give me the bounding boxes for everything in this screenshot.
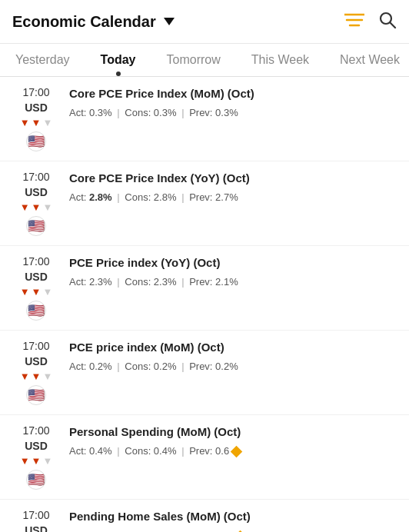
tab-today[interactable]: Today xyxy=(85,44,151,76)
event-name: PCE Price index (YoY) (Oct) xyxy=(69,255,401,271)
bull-filled-icon: ▼ xyxy=(20,201,30,213)
act-label: Act: xyxy=(69,107,89,118)
event-time: 17:00 xyxy=(22,509,49,521)
impact-bulls: ▼▼▼ xyxy=(20,371,53,382)
prev-label: Prev: xyxy=(189,445,215,457)
table-row[interactable]: 17:00 USD ▼▼▼ 🇺🇸 Personal Spending (MoM)… xyxy=(0,415,409,500)
bull-empty-icon: ▼ xyxy=(42,201,52,213)
event-data: Act: 0.3% | Cons: 0.3% | Prev: 0.3% xyxy=(69,105,401,121)
tab-next-week[interactable]: Next Week xyxy=(324,44,409,76)
prev-label: Prev: xyxy=(189,276,215,288)
bull-filled-icon: ▼ xyxy=(32,117,42,128)
event-data: Act: 2.3% | Cons: 2.3% | Prev: 2.1% xyxy=(69,274,401,290)
country-flag: 🇺🇸 xyxy=(26,470,46,490)
diamond-icon xyxy=(231,445,243,457)
app-header: Economic Calendar xyxy=(0,0,409,44)
time-currency-block: 17:00 USD ▼▼▼ 🇺🇸 xyxy=(8,255,69,321)
bull-filled-icon: ▼ xyxy=(20,455,30,467)
dropdown-triangle-icon[interactable] xyxy=(164,18,175,25)
act-label: Act: xyxy=(69,191,89,203)
cons-value: Cons: 0.2% xyxy=(125,361,176,372)
cons-value: Cons: 2.3% xyxy=(125,276,176,288)
table-row[interactable]: 17:00 USD ▼▼▼ 🇺🇸 Core PCE Price Index (M… xyxy=(0,77,409,161)
prev-value: 2.7% xyxy=(215,191,238,203)
event-details: Core PCE Price Index (YoY) (Oct) Act: 2.… xyxy=(69,171,401,204)
time-currency-block: 17:00 USD ▼▼▼ 🇺🇸 xyxy=(8,171,69,236)
prev-value: 0.3% xyxy=(215,107,238,118)
event-details: Personal Spending (MoM) (Oct) Act: 0.4% … xyxy=(69,424,401,458)
act-value: 2.8% xyxy=(89,191,112,203)
bull-filled-icon: ▼ xyxy=(32,201,42,213)
tab-this-week[interactable]: This Week xyxy=(236,44,324,76)
table-row[interactable]: 17:00 USD ▼▼▼ 🇺🇸 PCE Price index (YoY) (… xyxy=(0,246,409,331)
impact-bulls: ▼▼▼ xyxy=(20,455,53,467)
bull-filled-icon: ▼ xyxy=(20,371,30,382)
act-value: 0.3% xyxy=(89,107,112,118)
event-name: PCE price index (MoM) (Oct) xyxy=(69,340,401,355)
impact-bulls: ▼▼▼ xyxy=(20,201,53,213)
search-icon[interactable] xyxy=(378,11,397,32)
svg-line-4 xyxy=(391,23,396,28)
table-row[interactable]: 17:00 USD ▼▼▼ 🇺🇸 Pending Home Sales (MoM… xyxy=(0,500,409,532)
nav-tabs: Yesterday Today Tomorrow This Week Next … xyxy=(0,44,409,77)
filter-icon[interactable] xyxy=(344,12,364,31)
event-details: PCE price index (MoM) (Oct) Act: 0.2% | … xyxy=(69,340,401,374)
act-label: Act: xyxy=(69,530,89,533)
act-label: Act: xyxy=(69,361,89,372)
prev-label: Prev: xyxy=(189,107,215,118)
time-currency-block: 17:00 USD ▼▼▼ 🇺🇸 xyxy=(8,86,69,151)
event-name: Core PCE Price Index (YoY) (Oct) xyxy=(69,171,401,186)
event-name: Pending Home Sales (MoM) (Oct) xyxy=(69,509,401,524)
act-label: Act: xyxy=(69,445,89,457)
event-time: 17:00 xyxy=(22,86,49,98)
event-data: Act: 0.4% | Cons: 0.4% | Prev: 0.6 xyxy=(69,444,401,459)
act-value: 2.3% xyxy=(89,276,112,288)
act-value: 0.4% xyxy=(89,445,112,457)
event-currency: USD xyxy=(25,440,48,452)
act-label: Act: xyxy=(69,276,89,288)
prev-label: Prev: xyxy=(189,191,215,203)
bull-filled-icon: ▼ xyxy=(32,286,42,298)
tab-yesterday[interactable]: Yesterday xyxy=(0,44,85,76)
act-value: 0.2% xyxy=(89,361,112,372)
event-time: 17:00 xyxy=(22,340,49,352)
act-value: 2.0% xyxy=(89,530,112,533)
event-currency: USD xyxy=(25,271,48,283)
event-time: 17:00 xyxy=(22,171,49,183)
country-flag: 🇺🇸 xyxy=(26,385,46,405)
country-flag: 🇺🇸 xyxy=(26,216,46,236)
bull-filled-icon: ▼ xyxy=(20,286,30,298)
prev-label: Prev: xyxy=(192,530,218,533)
event-currency: USD xyxy=(25,355,48,367)
country-flag: 🇺🇸 xyxy=(26,301,46,321)
time-currency-block: 17:00 USD ▼▼▼ 🇺🇸 xyxy=(8,509,69,532)
bull-empty-icon: ▼ xyxy=(42,455,52,467)
event-name: Personal Spending (MoM) (Oct) xyxy=(69,424,401,440)
event-data: Act: 2.0% | Cons: -2.1% | Prev: 7.5 xyxy=(69,528,401,533)
tab-tomorrow[interactable]: Tomorrow xyxy=(151,44,236,76)
event-details: Pending Home Sales (MoM) (Oct) Act: 2.0%… xyxy=(69,509,401,532)
country-flag: 🇺🇸 xyxy=(26,131,46,151)
event-currency: USD xyxy=(25,524,48,532)
bull-filled-icon: ▼ xyxy=(20,117,30,128)
calendar-list: 17:00 USD ▼▼▼ 🇺🇸 Core PCE Price Index (M… xyxy=(0,77,409,532)
header-left: Economic Calendar xyxy=(12,13,175,31)
prev-value: 0.2% xyxy=(215,361,238,372)
bull-filled-icon: ▼ xyxy=(32,371,42,382)
event-currency: USD xyxy=(25,101,48,114)
table-row[interactable]: 17:00 USD ▼▼▼ 🇺🇸 Core PCE Price Index (Y… xyxy=(0,161,409,246)
impact-bulls: ▼▼▼ xyxy=(20,286,53,298)
prev-value: 0.6 xyxy=(215,445,229,457)
event-details: Core PCE Price Index (MoM) (Oct) Act: 0.… xyxy=(69,86,401,120)
app-title: Economic Calendar xyxy=(12,13,156,31)
prev-value: 7.5 xyxy=(218,530,232,533)
bull-empty-icon: ▼ xyxy=(42,117,52,128)
event-time: 17:00 xyxy=(22,255,49,268)
bull-empty-icon: ▼ xyxy=(42,371,52,382)
bull-empty-icon: ▼ xyxy=(42,286,52,298)
bull-filled-icon: ▼ xyxy=(32,455,42,467)
table-row[interactable]: 17:00 USD ▼▼▼ 🇺🇸 PCE price index (MoM) (… xyxy=(0,331,409,415)
event-details: PCE Price index (YoY) (Oct) Act: 2.3% | … xyxy=(69,255,401,289)
event-name: Core PCE Price Index (MoM) (Oct) xyxy=(69,86,401,101)
cons-value: Cons: -2.1% xyxy=(125,530,180,533)
